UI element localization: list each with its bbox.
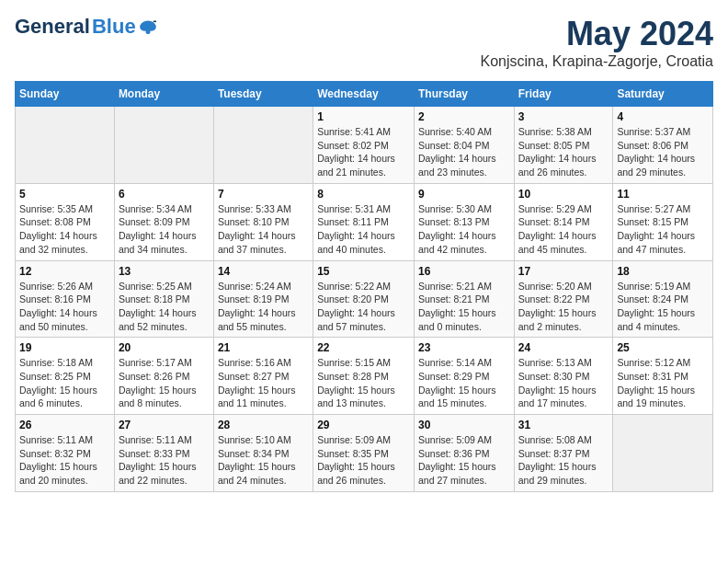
day-info: Sunrise: 5:13 AMSunset: 8:30 PMDaylight:…: [518, 356, 609, 410]
dow-header-thursday: Thursday: [414, 82, 514, 107]
day-number: 12: [19, 265, 110, 278]
calendar-cell: 30Sunrise: 5:09 AMSunset: 8:36 PMDayligh…: [414, 415, 514, 492]
calendar-cell: 12Sunrise: 5:26 AMSunset: 8:16 PMDayligh…: [16, 260, 115, 338]
day-number: 9: [418, 188, 510, 201]
day-info: Sunrise: 5:20 AMSunset: 8:22 PMDaylight:…: [518, 280, 609, 334]
day-number: 20: [119, 341, 210, 354]
calendar-cell: 25Sunrise: 5:12 AMSunset: 8:31 PMDayligh…: [613, 338, 713, 415]
calendar-week-3: 12Sunrise: 5:26 AMSunset: 8:16 PMDayligh…: [16, 260, 713, 338]
calendar-cell: 11Sunrise: 5:27 AMSunset: 8:15 PMDayligh…: [613, 183, 713, 260]
day-info: Sunrise: 5:27 AMSunset: 8:15 PMDaylight:…: [617, 202, 709, 257]
page-header: General Blue May 2024 Konjscina, Krapina…: [15, 15, 713, 70]
day-number: 24: [518, 341, 609, 354]
calendar-cell: 20Sunrise: 5:17 AMSunset: 8:26 PMDayligh…: [114, 338, 213, 415]
dow-header-friday: Friday: [514, 82, 613, 107]
calendar-cell: 9Sunrise: 5:30 AMSunset: 8:13 PMDaylight…: [414, 183, 514, 260]
day-number: 6: [119, 188, 210, 201]
day-info: Sunrise: 5:12 AMSunset: 8:31 PMDaylight:…: [617, 356, 709, 410]
title-block: May 2024 Konjscina, Krapina-Zagorje, Cro…: [481, 15, 713, 70]
day-info: Sunrise: 5:09 AMSunset: 8:36 PMDaylight:…: [418, 433, 510, 488]
calendar-cell: 18Sunrise: 5:19 AMSunset: 8:24 PMDayligh…: [613, 260, 713, 338]
day-number: 8: [317, 188, 410, 201]
calendar-cell: 19Sunrise: 5:18 AMSunset: 8:25 PMDayligh…: [16, 338, 115, 415]
day-info: Sunrise: 5:11 AMSunset: 8:33 PMDaylight:…: [119, 433, 210, 488]
day-number: 13: [119, 265, 210, 278]
logo-blue: Blue: [92, 15, 136, 39]
day-number: 11: [617, 188, 709, 201]
day-info: Sunrise: 5:11 AMSunset: 8:32 PMDaylight:…: [19, 433, 110, 488]
day-info: Sunrise: 5:31 AMSunset: 8:11 PMDaylight:…: [317, 202, 410, 257]
day-number: 5: [19, 188, 110, 201]
calendar-cell: 2Sunrise: 5:40 AMSunset: 8:04 PMDaylight…: [414, 107, 514, 184]
calendar-cell: 5Sunrise: 5:35 AMSunset: 8:08 PMDaylight…: [16, 183, 115, 260]
day-number: 22: [317, 341, 410, 354]
day-number: 23: [418, 341, 510, 354]
calendar-week-4: 19Sunrise: 5:18 AMSunset: 8:25 PMDayligh…: [16, 338, 713, 415]
dow-header-wednesday: Wednesday: [313, 82, 415, 107]
day-number: 14: [218, 265, 309, 278]
day-info: Sunrise: 5:26 AMSunset: 8:16 PMDaylight:…: [19, 280, 110, 334]
day-number: 2: [418, 110, 510, 123]
day-number: 4: [617, 110, 709, 123]
calendar-cell: 4Sunrise: 5:37 AMSunset: 8:06 PMDaylight…: [613, 107, 713, 184]
calendar-cell: 15Sunrise: 5:22 AMSunset: 8:20 PMDayligh…: [313, 260, 415, 338]
calendar-cell: [114, 107, 213, 184]
day-info: Sunrise: 5:37 AMSunset: 8:06 PMDaylight:…: [617, 125, 709, 179]
day-info: Sunrise: 5:38 AMSunset: 8:05 PMDaylight:…: [518, 125, 609, 179]
calendar-cell: 3Sunrise: 5:38 AMSunset: 8:05 PMDaylight…: [514, 107, 613, 184]
day-number: 1: [317, 110, 410, 123]
calendar-table: SundayMondayTuesdayWednesdayThursdayFrid…: [15, 81, 713, 492]
day-info: Sunrise: 5:10 AMSunset: 8:34 PMDaylight:…: [218, 433, 309, 488]
day-info: Sunrise: 5:41 AMSunset: 8:02 PMDaylight:…: [317, 125, 410, 179]
day-info: Sunrise: 5:25 AMSunset: 8:18 PMDaylight:…: [119, 280, 210, 334]
calendar-week-5: 26Sunrise: 5:11 AMSunset: 8:32 PMDayligh…: [16, 415, 713, 492]
day-info: Sunrise: 5:34 AMSunset: 8:09 PMDaylight:…: [119, 202, 210, 257]
day-number: 27: [119, 419, 210, 431]
calendar-cell: 8Sunrise: 5:31 AMSunset: 8:11 PMDaylight…: [313, 183, 415, 260]
calendar-cell: 13Sunrise: 5:25 AMSunset: 8:18 PMDayligh…: [114, 260, 213, 338]
day-info: Sunrise: 5:30 AMSunset: 8:13 PMDaylight:…: [418, 202, 510, 257]
day-number: 3: [518, 110, 609, 123]
dow-header-sunday: Sunday: [16, 82, 115, 107]
calendar-cell: 7Sunrise: 5:33 AMSunset: 8:10 PMDaylight…: [213, 183, 313, 260]
day-number: 25: [617, 341, 709, 354]
calendar-cell: 17Sunrise: 5:20 AMSunset: 8:22 PMDayligh…: [514, 260, 613, 338]
logo-bird-icon: [138, 17, 158, 37]
day-info: Sunrise: 5:33 AMSunset: 8:10 PMDaylight:…: [218, 202, 309, 257]
day-info: Sunrise: 5:15 AMSunset: 8:28 PMDaylight:…: [317, 356, 410, 410]
calendar-cell: 29Sunrise: 5:09 AMSunset: 8:35 PMDayligh…: [313, 415, 415, 492]
day-info: Sunrise: 5:19 AMSunset: 8:24 PMDaylight:…: [617, 280, 709, 334]
day-number: 7: [218, 188, 309, 201]
location-subtitle: Konjscina, Krapina-Zagorje, Croatia: [481, 53, 713, 70]
day-info: Sunrise: 5:17 AMSunset: 8:26 PMDaylight:…: [119, 356, 210, 410]
calendar-cell: 1Sunrise: 5:41 AMSunset: 8:02 PMDaylight…: [313, 107, 415, 184]
day-number: 31: [518, 419, 609, 431]
day-info: Sunrise: 5:21 AMSunset: 8:21 PMDaylight:…: [418, 280, 510, 334]
day-number: 10: [518, 188, 609, 201]
calendar-cell: 6Sunrise: 5:34 AMSunset: 8:09 PMDaylight…: [114, 183, 213, 260]
month-year-title: May 2024: [481, 15, 713, 53]
calendar-cell: 16Sunrise: 5:21 AMSunset: 8:21 PMDayligh…: [414, 260, 514, 338]
day-info: Sunrise: 5:22 AMSunset: 8:20 PMDaylight:…: [317, 280, 410, 334]
day-info: Sunrise: 5:09 AMSunset: 8:35 PMDaylight:…: [317, 433, 410, 488]
day-info: Sunrise: 5:18 AMSunset: 8:25 PMDaylight:…: [19, 356, 110, 410]
logo-general: General: [15, 15, 90, 39]
day-number: 17: [518, 265, 609, 278]
day-number: 15: [317, 265, 410, 278]
calendar-cell: 22Sunrise: 5:15 AMSunset: 8:28 PMDayligh…: [313, 338, 415, 415]
day-number: 26: [19, 419, 110, 431]
dow-header-saturday: Saturday: [613, 82, 713, 107]
day-number: 16: [418, 265, 510, 278]
day-number: 18: [617, 265, 709, 278]
calendar-cell: 28Sunrise: 5:10 AMSunset: 8:34 PMDayligh…: [213, 415, 313, 492]
calendar-cell: 23Sunrise: 5:14 AMSunset: 8:29 PMDayligh…: [414, 338, 514, 415]
dow-header-tuesday: Tuesday: [213, 82, 313, 107]
day-info: Sunrise: 5:08 AMSunset: 8:37 PMDaylight:…: [518, 433, 609, 488]
calendar-cell: 27Sunrise: 5:11 AMSunset: 8:33 PMDayligh…: [114, 415, 213, 492]
calendar-cell: [16, 107, 115, 184]
calendar-cell: [213, 107, 313, 184]
day-number: 30: [418, 419, 510, 431]
day-info: Sunrise: 5:24 AMSunset: 8:19 PMDaylight:…: [218, 280, 309, 334]
day-info: Sunrise: 5:35 AMSunset: 8:08 PMDaylight:…: [19, 202, 110, 257]
day-number: 28: [218, 419, 309, 431]
